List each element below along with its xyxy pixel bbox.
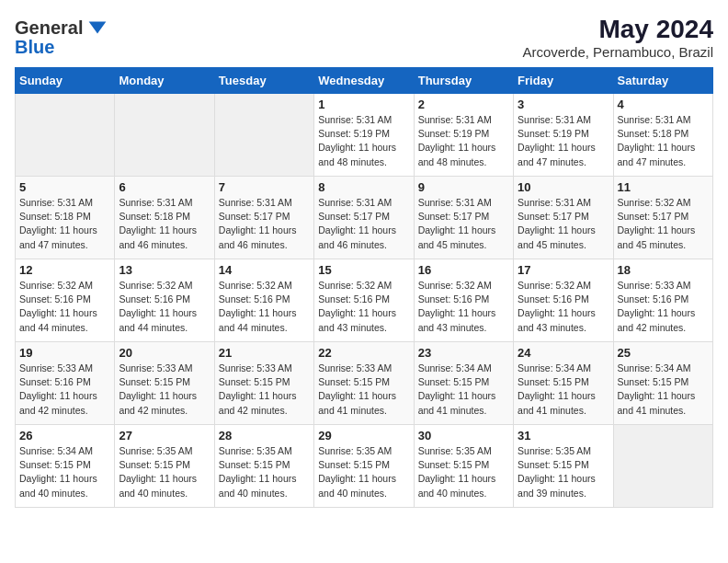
day-info: Sunrise: 5:31 AMSunset: 5:19 PMDaylight:… (318, 113, 409, 169)
calendar-cell: 11Sunrise: 5:32 AMSunset: 5:17 PMDayligh… (613, 177, 712, 259)
day-number: 19 (19, 346, 110, 360)
calendar-cell: 8Sunrise: 5:31 AMSunset: 5:17 PMDaylight… (314, 177, 414, 259)
calendar-cell: 28Sunrise: 5:35 AMSunset: 5:15 PMDayligh… (214, 425, 313, 508)
day-number: 31 (518, 429, 609, 442)
day-info: Sunrise: 5:31 AMSunset: 5:17 PMDaylight:… (418, 196, 509, 252)
day-info: Sunrise: 5:35 AMSunset: 5:15 PMDaylight:… (318, 444, 409, 500)
day-number: 10 (518, 180, 609, 194)
calendar-table: SundayMondayTuesdayWednesdayThursdayFrid… (15, 67, 713, 508)
day-number: 15 (318, 263, 409, 277)
page-subtitle: Arcoverde, Pernambuco, Brazil (522, 44, 713, 60)
logo-general: General (15, 17, 83, 39)
day-number: 27 (119, 429, 210, 442)
day-number: 13 (119, 263, 210, 277)
calendar-cell (214, 94, 313, 177)
calendar-cell: 15Sunrise: 5:32 AMSunset: 5:16 PMDayligh… (314, 259, 414, 342)
day-number: 17 (518, 263, 609, 277)
day-info: Sunrise: 5:32 AMSunset: 5:16 PMDaylight:… (418, 279, 509, 335)
day-number: 12 (19, 263, 110, 277)
day-number: 11 (618, 180, 709, 194)
calendar-cell: 12Sunrise: 5:32 AMSunset: 5:16 PMDayligh… (16, 259, 115, 342)
day-info: Sunrise: 5:31 AMSunset: 5:17 PMDaylight:… (518, 196, 609, 252)
calendar-cell: 24Sunrise: 5:34 AMSunset: 5:15 PMDayligh… (514, 342, 613, 425)
day-number: 2 (418, 98, 509, 111)
calendar-cell: 17Sunrise: 5:32 AMSunset: 5:16 PMDayligh… (514, 259, 613, 342)
calendar-cell: 31Sunrise: 5:35 AMSunset: 5:15 PMDayligh… (514, 425, 613, 508)
day-info: Sunrise: 5:31 AMSunset: 5:17 PMDaylight:… (219, 196, 310, 252)
day-info: Sunrise: 5:32 AMSunset: 5:16 PMDaylight:… (19, 279, 110, 335)
day-info: Sunrise: 5:35 AMSunset: 5:15 PMDaylight:… (219, 444, 310, 500)
weekday-header: Saturday (613, 68, 712, 94)
calendar-cell: 21Sunrise: 5:33 AMSunset: 5:15 PMDayligh… (214, 342, 313, 425)
calendar-cell: 13Sunrise: 5:32 AMSunset: 5:16 PMDayligh… (115, 259, 214, 342)
day-info: Sunrise: 5:33 AMSunset: 5:16 PMDaylight:… (19, 362, 110, 418)
calendar-cell: 4Sunrise: 5:31 AMSunset: 5:18 PMDaylight… (613, 94, 712, 177)
calendar-cell: 5Sunrise: 5:31 AMSunset: 5:18 PMDaylight… (16, 177, 115, 259)
day-number: 28 (219, 429, 310, 442)
calendar-cell: 18Sunrise: 5:33 AMSunset: 5:16 PMDayligh… (613, 259, 712, 342)
day-number: 18 (618, 263, 709, 277)
calendar-cell: 19Sunrise: 5:33 AMSunset: 5:16 PMDayligh… (16, 342, 115, 425)
calendar-cell: 7Sunrise: 5:31 AMSunset: 5:17 PMDaylight… (214, 177, 313, 259)
day-info: Sunrise: 5:35 AMSunset: 5:15 PMDaylight:… (518, 444, 609, 500)
svg-marker-0 (89, 21, 107, 33)
day-number: 30 (418, 429, 509, 442)
day-number: 14 (219, 263, 310, 277)
calendar-cell: 27Sunrise: 5:35 AMSunset: 5:15 PMDayligh… (115, 425, 214, 508)
day-number: 26 (19, 429, 110, 442)
calendar-week-row: 1Sunrise: 5:31 AMSunset: 5:19 PMDaylight… (16, 94, 713, 177)
day-number: 22 (318, 346, 409, 360)
day-number: 6 (119, 180, 210, 194)
calendar-cell: 16Sunrise: 5:32 AMSunset: 5:16 PMDayligh… (414, 259, 513, 342)
calendar-week-row: 19Sunrise: 5:33 AMSunset: 5:16 PMDayligh… (16, 342, 713, 425)
calendar-cell: 20Sunrise: 5:33 AMSunset: 5:15 PMDayligh… (115, 342, 214, 425)
calendar-cell: 23Sunrise: 5:34 AMSunset: 5:15 PMDayligh… (414, 342, 513, 425)
day-info: Sunrise: 5:31 AMSunset: 5:19 PMDaylight:… (418, 113, 509, 169)
day-number: 8 (318, 180, 409, 194)
day-info: Sunrise: 5:31 AMSunset: 5:18 PMDaylight:… (618, 113, 709, 169)
weekday-header: Friday (514, 68, 613, 94)
day-info: Sunrise: 5:33 AMSunset: 5:15 PMDaylight:… (219, 362, 310, 418)
calendar-week-row: 5Sunrise: 5:31 AMSunset: 5:18 PMDaylight… (16, 177, 713, 259)
calendar-cell: 26Sunrise: 5:34 AMSunset: 5:15 PMDayligh… (16, 425, 115, 508)
calendar-cell: 1Sunrise: 5:31 AMSunset: 5:19 PMDaylight… (314, 94, 414, 177)
logo-text: General Blue (15, 15, 110, 58)
page-header: General Blue May 2024 Arcoverde, Pernamb… (15, 15, 713, 60)
weekday-header: Tuesday (214, 68, 313, 94)
day-info: Sunrise: 5:32 AMSunset: 5:17 PMDaylight:… (618, 196, 709, 252)
day-info: Sunrise: 5:32 AMSunset: 5:16 PMDaylight:… (318, 279, 409, 335)
day-info: Sunrise: 5:31 AMSunset: 5:17 PMDaylight:… (318, 196, 409, 252)
weekday-header: Sunday (16, 68, 115, 94)
calendar-cell: 6Sunrise: 5:31 AMSunset: 5:18 PMDaylight… (115, 177, 214, 259)
day-number: 7 (219, 180, 310, 194)
calendar-cell: 29Sunrise: 5:35 AMSunset: 5:15 PMDayligh… (314, 425, 414, 508)
day-number: 21 (219, 346, 310, 360)
day-info: Sunrise: 5:34 AMSunset: 5:15 PMDaylight:… (518, 362, 609, 418)
day-info: Sunrise: 5:34 AMSunset: 5:15 PMDaylight:… (418, 362, 509, 418)
weekday-header: Wednesday (314, 68, 414, 94)
day-info: Sunrise: 5:33 AMSunset: 5:15 PMDaylight:… (119, 362, 210, 418)
day-info: Sunrise: 5:32 AMSunset: 5:16 PMDaylight:… (119, 279, 210, 335)
weekday-header: Monday (115, 68, 214, 94)
day-number: 3 (518, 98, 609, 111)
day-info: Sunrise: 5:33 AMSunset: 5:16 PMDaylight:… (618, 279, 709, 335)
day-info: Sunrise: 5:32 AMSunset: 5:16 PMDaylight:… (518, 279, 609, 335)
calendar-cell: 10Sunrise: 5:31 AMSunset: 5:17 PMDayligh… (514, 177, 613, 259)
calendar-cell: 2Sunrise: 5:31 AMSunset: 5:19 PMDaylight… (414, 94, 513, 177)
day-info: Sunrise: 5:34 AMSunset: 5:15 PMDaylight:… (19, 444, 110, 500)
calendar-week-row: 26Sunrise: 5:34 AMSunset: 5:15 PMDayligh… (16, 425, 713, 508)
day-info: Sunrise: 5:33 AMSunset: 5:15 PMDaylight:… (318, 362, 409, 418)
calendar-week-row: 12Sunrise: 5:32 AMSunset: 5:16 PMDayligh… (16, 259, 713, 342)
day-info: Sunrise: 5:31 AMSunset: 5:19 PMDaylight:… (518, 113, 609, 169)
calendar-cell: 3Sunrise: 5:31 AMSunset: 5:19 PMDaylight… (514, 94, 613, 177)
day-info: Sunrise: 5:35 AMSunset: 5:15 PMDaylight:… (418, 444, 509, 500)
day-info: Sunrise: 5:34 AMSunset: 5:15 PMDaylight:… (618, 362, 709, 418)
day-info: Sunrise: 5:31 AMSunset: 5:18 PMDaylight:… (19, 196, 110, 252)
day-number: 25 (618, 346, 709, 360)
weekday-header: Thursday (414, 68, 513, 94)
calendar-cell (613, 425, 712, 508)
day-number: 24 (518, 346, 609, 360)
day-info: Sunrise: 5:32 AMSunset: 5:16 PMDaylight:… (219, 279, 310, 335)
day-number: 9 (418, 180, 509, 194)
calendar-cell: 25Sunrise: 5:34 AMSunset: 5:15 PMDayligh… (613, 342, 712, 425)
